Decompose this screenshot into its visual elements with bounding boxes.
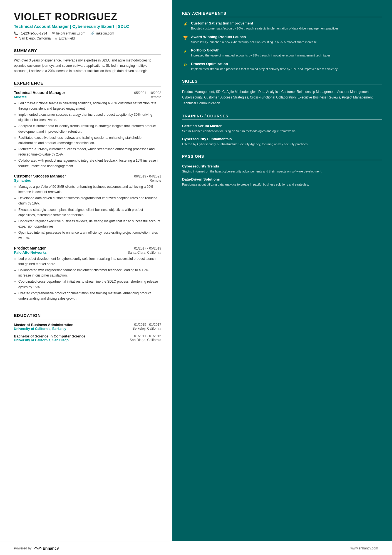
list-item: Managed a portfolio of 50 SMB clients, e… bbox=[18, 184, 161, 195]
experience-section: EXPERIENCE Technical Account Manager 05/… bbox=[14, 81, 161, 307]
list-item: Implemented a customer success strategy … bbox=[18, 112, 161, 123]
email-contact: ✉ help@enhancv.com bbox=[52, 31, 85, 35]
passion-desc-1: Staying informed on the latest cybersecu… bbox=[182, 169, 382, 174]
achievement-desc-2: Successfully launched a new cybersecurit… bbox=[191, 40, 318, 45]
edu-loc-1: Berkeley, California bbox=[133, 327, 161, 330]
training-course-desc-1: Scrum Alliance certification focusing on… bbox=[182, 129, 382, 134]
passion-title-1: Cybersecurity Trends bbox=[182, 164, 382, 168]
edu-school-1: University of California, Berkeley bbox=[14, 327, 73, 331]
resume-page: VIOLET RODRIGUEZ Technical Account Manag… bbox=[0, 0, 392, 555]
training-course-title-2: Cybersecurity Fundamentals bbox=[182, 137, 382, 141]
location-info: 📍 San Diego, California ☆ Extra Field bbox=[14, 36, 161, 40]
list-item: Coordinated cross-departmental initiativ… bbox=[18, 279, 161, 290]
list-item: Collaborated with product management to … bbox=[18, 158, 161, 169]
exp-bullets-2: Managed a portfolio of 50 SMB clients, e… bbox=[14, 184, 161, 241]
achievement-item-3: ★ Portfolio Growth Increased the value o… bbox=[182, 48, 382, 58]
achievement-title-2: Award-Winning Product Launch bbox=[191, 35, 318, 39]
passion-desc-2: Passionate about utilizing data analytic… bbox=[182, 182, 382, 187]
page-footer: Powered by Enhancv www.enhancv.com bbox=[0, 541, 392, 555]
achievement-item-1: ⚡ Customer Satisfaction Improvement Boos… bbox=[182, 21, 382, 31]
exp-company-3: Palo Alto Networks bbox=[14, 250, 47, 255]
passions-section: PASSIONS Cybersecurity Trends Staying in… bbox=[182, 154, 382, 187]
left-column: VIOLET RODRIGUEZ Technical Account Manag… bbox=[0, 0, 172, 541]
exp-job-title-1: Technical Account Manager bbox=[14, 90, 65, 95]
contact-info: 📞 +1-(234)-555-1234 ✉ help@enhancv.com 🔗… bbox=[14, 31, 161, 35]
exp-item-1: Technical Account Manager 05/2021 - 10/2… bbox=[14, 90, 161, 169]
exp-item-3: Product Manager 01/2017 - 05/2019 Palo A… bbox=[14, 246, 161, 302]
linkedin-contact: 🔗 linkedin.com bbox=[90, 31, 114, 35]
experience-title: EXPERIENCE bbox=[14, 81, 161, 87]
summary-title: SUMMARY bbox=[14, 48, 161, 55]
training-item-1: Certified Scrum Master Scrum Alliance ce… bbox=[182, 124, 382, 134]
achievement-icon-1: ⚡ bbox=[182, 21, 188, 27]
edu-loc-2: San Diego, California bbox=[130, 338, 161, 342]
phone-contact: 📞 +1-(234)-555-1234 bbox=[14, 31, 47, 35]
edu-item-2: Bachelor of Science in Computer Science … bbox=[14, 334, 161, 342]
exp-bullets-1: Led cross-functional teams in delivering… bbox=[14, 101, 161, 169]
footer-website: www.enhancv.com bbox=[351, 546, 378, 550]
edu-degree-2: Bachelor of Science in Computer Science bbox=[14, 334, 85, 338]
training-course-title-1: Certified Scrum Master bbox=[182, 124, 382, 128]
summary-section: SUMMARY With over 3 years of experience,… bbox=[14, 48, 161, 74]
edu-dates-2: 01/2011 - 01/2015 bbox=[130, 334, 161, 338]
skills-text: Product Management, SDLC, Agile Methodol… bbox=[182, 89, 382, 106]
achievement-desc-1: Boosted customer satisfaction by 20% thr… bbox=[191, 26, 339, 31]
achievements-title: KEY ACHIEVEMENTS bbox=[182, 11, 382, 17]
extra-field-icon: ☆ bbox=[54, 36, 58, 40]
passions-title: PASSIONS bbox=[182, 154, 382, 160]
exp-header-3: Product Manager 01/2017 - 05/2019 bbox=[14, 246, 161, 250]
edu-right-1: 01/2015 - 01/2017 Berkeley, California bbox=[133, 323, 161, 330]
education-section: EDUCATION Master of Business Administrat… bbox=[14, 313, 161, 346]
list-item: Pioneered a 1:Many customer success mode… bbox=[18, 147, 161, 157]
exp-subheader-1: McAfee Remote bbox=[14, 95, 161, 99]
edu-right-2: 01/2011 - 01/2015 San Diego, California bbox=[130, 334, 161, 342]
edu-school-2: University of California, San Diego bbox=[14, 338, 85, 342]
exp-header-1: Technical Account Manager 05/2021 - 10/2… bbox=[14, 90, 161, 95]
edu-left-1: Master of Business Administration Univer… bbox=[14, 323, 73, 331]
exp-item-2: Customer Success Manager 06/2019 - 04/20… bbox=[14, 174, 161, 241]
training-section: TRAINING / COURSES Certified Scrum Maste… bbox=[182, 114, 382, 146]
list-item: Conducted regular executive business rev… bbox=[18, 219, 161, 229]
list-item: Executed strategic account plans that al… bbox=[18, 207, 161, 218]
resume-header: VIOLET RODRIGUEZ Technical Account Manag… bbox=[14, 11, 161, 40]
achievement-icon-4: ⚙ bbox=[182, 62, 188, 68]
list-item: Analyzed customer data to identify trend… bbox=[18, 124, 161, 134]
exp-job-title-3: Product Manager bbox=[14, 246, 46, 250]
list-item: Led product development for cybersecurit… bbox=[18, 256, 161, 267]
training-course-desc-2: Offered by Cybersecurity & Infrastructur… bbox=[182, 142, 382, 147]
logo-icon bbox=[34, 546, 41, 551]
brand-name: Enhancv bbox=[43, 546, 59, 551]
enhancv-logo: Enhancv bbox=[34, 546, 59, 551]
footer-brand: Powered by Enhancv bbox=[14, 546, 59, 551]
list-item: Developed data-driven customer success p… bbox=[18, 196, 161, 206]
passion-item-2: Data-Driven Solutions Passionate about u… bbox=[182, 177, 382, 187]
list-item: Created comprehensive product documentat… bbox=[18, 291, 161, 301]
achievement-icon-2: 🏆 bbox=[182, 35, 188, 41]
achievement-content-1: Customer Satisfaction Improvement Booste… bbox=[191, 21, 339, 31]
summary-text: With over 3 years of experience, I lever… bbox=[14, 58, 161, 74]
resume-container: VIOLET RODRIGUEZ Technical Account Manag… bbox=[0, 0, 392, 541]
achievements-section: KEY ACHIEVEMENTS ⚡ Customer Satisfaction… bbox=[182, 11, 382, 71]
passion-title-2: Data-Driven Solutions bbox=[182, 177, 382, 181]
edu-degree-1: Master of Business Administration bbox=[14, 323, 73, 327]
exp-header-2: Customer Success Manager 06/2019 - 04/20… bbox=[14, 174, 161, 178]
location-icon: 📍 bbox=[14, 36, 18, 40]
list-item: Facilitated executive business reviews a… bbox=[18, 135, 161, 146]
achievement-desc-4: Implemented streamlined processes that r… bbox=[191, 67, 338, 71]
exp-location-2: Remote bbox=[150, 179, 161, 182]
skills-section: SKILLS Product Management, SDLC, Agile M… bbox=[182, 79, 382, 106]
powered-by-label: Powered by bbox=[14, 546, 31, 550]
linkedin-icon: 🔗 bbox=[90, 31, 95, 35]
achievement-content-2: Award-Winning Product Launch Successfull… bbox=[191, 35, 318, 45]
skills-title: SKILLS bbox=[182, 79, 382, 85]
achievement-icon-3: ★ bbox=[182, 48, 188, 54]
exp-company-1: McAfee bbox=[14, 95, 27, 99]
list-item: Optimized internal processes to enhance … bbox=[18, 230, 161, 241]
email-icon: ✉ bbox=[52, 31, 55, 35]
list-item: Led cross-functional teams in delivering… bbox=[18, 101, 161, 111]
exp-subheader-2: Symantec Remote bbox=[14, 178, 161, 182]
list-item: Collaborated with engineering teams to i… bbox=[18, 268, 161, 278]
exp-job-title-2: Customer Success Manager bbox=[14, 174, 66, 178]
achievement-title-3: Portfolio Growth bbox=[191, 48, 331, 52]
exp-dates-2: 06/2019 - 04/2021 bbox=[134, 174, 161, 178]
